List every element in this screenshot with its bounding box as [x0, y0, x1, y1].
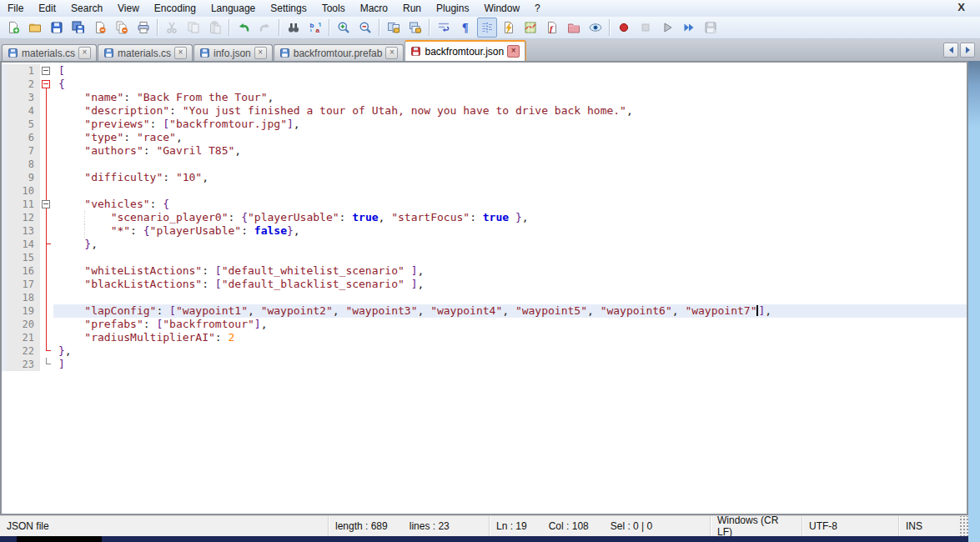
new-file-icon[interactable]	[3, 18, 23, 38]
code-text[interactable]: "scenario_player0": {"playerUsable": tru…	[53, 211, 967, 224]
fold-margin[interactable]	[40, 344, 53, 358]
scroll-tabs-left-button[interactable]	[943, 43, 958, 58]
menu-item-edit[interactable]: Edit	[31, 1, 63, 16]
word-wrap-icon[interactable]	[434, 18, 454, 38]
code-text[interactable]: "difficulty": "10",	[53, 171, 967, 184]
menu-item-run[interactable]: Run	[395, 1, 429, 16]
fold-margin[interactable]	[40, 211, 53, 224]
find-icon[interactable]	[284, 18, 304, 38]
replace-icon[interactable]: ba	[305, 18, 325, 38]
code-text[interactable]	[53, 291, 967, 304]
fold-margin[interactable]	[40, 104, 53, 118]
fold-margin[interactable]	[40, 318, 53, 331]
code-text[interactable]: "type": "race",	[53, 131, 967, 144]
code-text[interactable]: [	[53, 64, 967, 78]
status-eol-format[interactable]: Windows (CR LF)	[711, 516, 802, 536]
code-text[interactable]: },	[53, 344, 967, 358]
status-insert-mode[interactable]: INS	[899, 516, 958, 536]
code-text[interactable]: "radiusMultiplierAI": 2	[53, 331, 967, 344]
save-icon[interactable]	[47, 18, 67, 38]
close-tab-icon[interactable]: ×	[507, 45, 520, 58]
tab-materials-cs[interactable]: materials.cs×	[98, 44, 193, 61]
fold-margin[interactable]	[40, 118, 53, 131]
fold-margin[interactable]	[40, 198, 53, 211]
fold-margin[interactable]	[40, 224, 53, 238]
fold-margin[interactable]	[40, 184, 53, 198]
code-text[interactable]	[53, 158, 967, 171]
sync-vertical-icon[interactable]	[384, 18, 404, 38]
menu-item-macro[interactable]: Macro	[353, 1, 395, 16]
text-editor-area[interactable]: 1[2{3 "name": "Back From the Tour",4 "de…	[0, 61, 968, 515]
close-window-button[interactable]: X	[954, 1, 968, 13]
zoom-out-icon[interactable]	[355, 18, 375, 38]
menu-item-plugins[interactable]: Plugins	[429, 1, 476, 16]
zoom-in-icon[interactable]	[334, 18, 354, 38]
menu-item-tools[interactable]: Tools	[314, 1, 353, 16]
status-encoding[interactable]: UTF-8	[802, 516, 899, 536]
code-text[interactable]: "name": "Back From the Tour",	[53, 91, 967, 104]
close-tab-icon[interactable]: ×	[78, 47, 91, 59]
fold-margin[interactable]	[40, 64, 53, 78]
print-icon[interactable]	[133, 18, 153, 38]
close-tab-icon[interactable]: ×	[254, 47, 267, 59]
close-tab-icon[interactable]: ×	[385, 47, 398, 59]
code-text[interactable]: },	[53, 238, 967, 251]
menu-item-language[interactable]: Language	[204, 1, 263, 16]
close-all-icon[interactable]	[112, 18, 132, 38]
folder-as-workspace-icon[interactable]	[564, 18, 584, 38]
code-text[interactable]: "authors": "Gavril T85",	[53, 144, 967, 158]
code-text[interactable]: "blackListActions": ["default_blacklist_…	[53, 278, 967, 291]
menu-item-window[interactable]: Window	[476, 1, 527, 16]
fold-margin[interactable]	[40, 264, 53, 278]
code-text[interactable]: "lapConfig": ["waypoint1", "waypoint2", …	[53, 304, 967, 318]
play-macro-icon[interactable]	[657, 18, 677, 38]
code-text[interactable]: {	[53, 78, 967, 91]
show-indent-guide-icon[interactable]	[477, 18, 497, 38]
save-all-icon[interactable]	[68, 18, 88, 38]
fold-margin[interactable]	[40, 291, 53, 304]
code-text[interactable]: "*": {"playerUsable": false},	[53, 224, 967, 238]
fold-margin[interactable]	[40, 91, 53, 104]
fold-margin[interactable]	[40, 278, 53, 291]
scroll-tabs-right-button[interactable]	[960, 43, 975, 58]
fold-margin[interactable]	[40, 251, 53, 264]
tab-backfromtour-json[interactable]: backfromtour.json×	[405, 40, 525, 61]
fold-margin[interactable]	[40, 358, 53, 371]
menu-item-view[interactable]: View	[110, 1, 147, 16]
menu-item-file[interactable]: File	[0, 1, 31, 16]
document-map-icon[interactable]	[520, 18, 540, 38]
fold-margin[interactable]	[40, 304, 53, 318]
menu-item-settings[interactable]: Settings	[263, 1, 314, 16]
undo-icon[interactable]	[234, 18, 254, 38]
tab-backfromtour-prefab[interactable]: backfromtour.prefab×	[274, 44, 405, 61]
code-text[interactable]: "previews": ["backfromtour.jpg"],	[53, 118, 967, 131]
code-text[interactable]	[53, 251, 967, 264]
run-macro-multiple-icon[interactable]	[679, 18, 699, 38]
fold-margin[interactable]	[40, 78, 53, 91]
tab-materials-cs[interactable]: materials.cs×	[2, 44, 97, 61]
close-tab-icon[interactable]: ×	[174, 47, 187, 59]
show-all-characters-icon[interactable]: ¶	[455, 18, 475, 38]
close-icon[interactable]	[90, 18, 110, 38]
fold-margin[interactable]	[40, 171, 53, 184]
menu-item-encoding[interactable]: Encoding	[147, 1, 204, 16]
menu-item-search[interactable]: Search	[63, 1, 110, 16]
monitoring-icon[interactable]	[585, 18, 606, 38]
code-text[interactable]: "whiteListActions": ["default_whitelist_…	[53, 264, 967, 278]
sync-horizontal-icon[interactable]	[405, 18, 425, 38]
code-text[interactable]: "description": "You just finished a tour…	[53, 104, 967, 118]
fold-margin[interactable]	[40, 144, 53, 158]
menu-item-help[interactable]: ?	[527, 1, 548, 16]
fold-margin[interactable]	[40, 331, 53, 344]
tab-info-json[interactable]: info.json×	[193, 44, 273, 61]
code-text[interactable]: "prefabs": ["backfromtour"],	[53, 318, 967, 331]
code-text[interactable]: ]	[53, 358, 967, 371]
fold-margin[interactable]	[40, 238, 53, 251]
function-list-icon[interactable]: f	[542, 18, 562, 38]
user-defined-dialog-icon[interactable]	[499, 18, 519, 38]
record-macro-icon[interactable]	[614, 18, 634, 38]
fold-margin[interactable]	[40, 131, 53, 144]
code-text[interactable]	[53, 184, 967, 198]
code-text[interactable]: "vehicles": {	[53, 198, 967, 211]
fold-margin[interactable]	[40, 158, 53, 171]
